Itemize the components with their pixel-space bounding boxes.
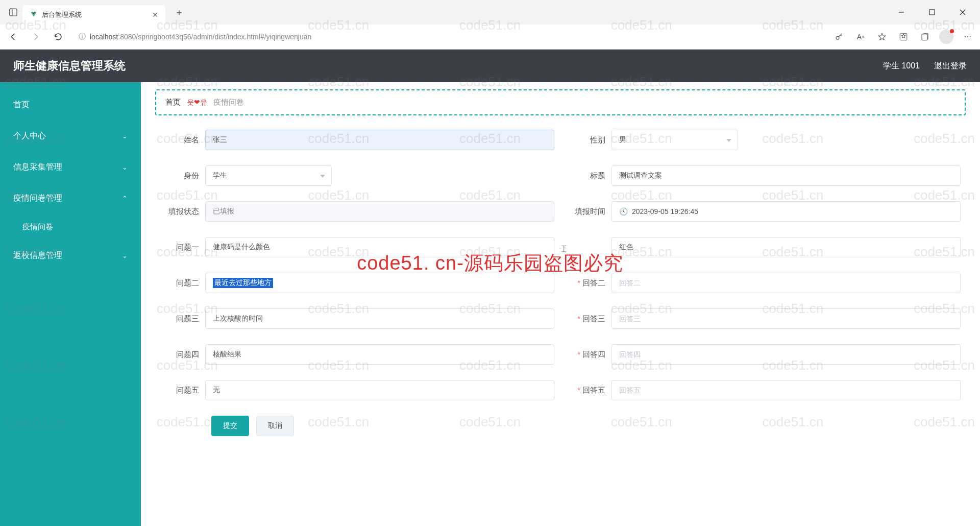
sidebar-item-home[interactable]: 首页 [0, 89, 141, 121]
sidebar-item-survey-mgmt[interactable]: 疫情问卷管理 ⌃ [0, 183, 141, 214]
label-identity: 身份 [160, 171, 205, 181]
browser-address-bar: ⓘ localhost:8080/springboot43q56/admin/d… [0, 25, 980, 49]
label-a3: 回答三 [567, 314, 611, 324]
key-icon[interactable] [832, 30, 846, 44]
label-q5: 问题五 [160, 386, 205, 395]
q3-input[interactable]: 上次核酸的时间 [205, 308, 554, 329]
label-q2: 问题二 [160, 278, 205, 288]
cancel-button[interactable]: 取消 [256, 416, 294, 436]
window-close-button[interactable] [951, 4, 974, 20]
label-q3: 问题三 [160, 314, 205, 324]
a5-input[interactable] [611, 380, 961, 400]
svg-rect-8 [922, 34, 927, 40]
sidebar: 首页 个人中心 ⌄ 信息采集管理 ⌄ 疫情问卷管理 ⌃ 疫情问卷 返校信息管理 … [0, 82, 141, 526]
label-q4: 问题四 [160, 350, 205, 360]
a4-input[interactable] [611, 344, 961, 365]
nav-forward-button[interactable] [28, 29, 44, 45]
svg-point-6 [836, 36, 839, 39]
calendar-icon: 🕓 [619, 207, 628, 216]
window-maximize-button[interactable] [921, 4, 943, 20]
url-path: :8080/springboot43q56/admin/dist/index.h… [118, 33, 311, 41]
label-a2: 回答二 [567, 278, 611, 288]
chevron-up-icon: ⌃ [122, 195, 128, 202]
browser-tab[interactable]: 后台管理系统 ✕ [22, 5, 165, 25]
new-tab-button[interactable]: ＋ [170, 4, 188, 20]
window-minimize-button[interactable] [890, 4, 913, 20]
window-controls [890, 4, 980, 20]
app-title: 师生健康信息管理系统 [13, 58, 126, 74]
breadcrumb-decor-icon: 웃❤유 [187, 98, 207, 107]
app-header: 师生健康信息管理系统 学生 1001 退出登录 [0, 50, 980, 82]
label-q1: 问题一 [160, 243, 205, 252]
current-user-label: 学生 1001 [883, 61, 920, 71]
a3-input[interactable] [611, 308, 961, 329]
favorites-bar-icon[interactable] [896, 30, 911, 44]
breadcrumb-current: 疫情问卷 [213, 98, 244, 107]
svg-rect-1 [10, 9, 12, 16]
sidebar-item-label: 疫情问卷管理 [13, 193, 62, 204]
sidebar-item-label: 首页 [13, 100, 30, 110]
more-icon[interactable]: ⋯ [961, 30, 975, 44]
collections-icon[interactable] [918, 30, 932, 44]
profile-icon[interactable] [939, 30, 953, 44]
fill-status-input: 已填报 [205, 201, 554, 222]
breadcrumb-home[interactable]: 首页 [165, 98, 181, 107]
nav-back-button[interactable] [5, 29, 21, 45]
breadcrumb: 首页 웃❤유 疫情问卷 [155, 89, 966, 115]
site-info-icon[interactable]: ⓘ [79, 32, 86, 41]
toolbar-right-icons: A» ⋯ [832, 30, 975, 44]
gender-select[interactable]: 男 [611, 130, 738, 150]
identity-select[interactable]: 学生 [205, 165, 332, 186]
window-tabstrip-icon [4, 8, 22, 16]
browser-chrome: 后台管理系统 ✕ ＋ ⓘ localhost:8080/springboot43… [0, 0, 980, 50]
browser-tab-bar: 后台管理系统 ✕ ＋ [0, 0, 980, 25]
svg-rect-0 [10, 9, 17, 16]
label-a4: 回答四 [567, 350, 611, 360]
sidebar-item-info-collect[interactable]: 信息采集管理 ⌄ [0, 152, 141, 183]
browser-tab-title: 后台管理系统 [42, 10, 148, 19]
submit-button[interactable]: 提交 [211, 416, 249, 436]
sidebar-subitem-survey[interactable]: 疫情问卷 [0, 214, 141, 240]
read-aloud-icon[interactable]: A» [853, 30, 868, 44]
q1-input[interactable]: 健康码是什么颜色 [205, 237, 554, 257]
a2-input[interactable] [611, 273, 961, 293]
sidebar-item-label: 个人中心 [13, 131, 46, 141]
logout-link[interactable]: 退出登录 [934, 61, 967, 71]
url-field[interactable]: ⓘ localhost:8080/springboot43q56/admin/d… [72, 28, 826, 45]
chevron-down-icon: ⌄ [122, 163, 128, 171]
sidebar-item-label: 信息采集管理 [13, 162, 62, 173]
label-fill-status: 填报状态 [160, 207, 205, 217]
chevron-down-icon: ⌄ [122, 252, 128, 259]
tab-close-icon[interactable]: ✕ [152, 11, 158, 19]
survey-form: 姓名 张三 性别 男 身份 学生 标题 测试调查文案 [155, 115, 966, 450]
url-host: localhost [90, 33, 118, 41]
label-gender: 性别 [567, 135, 611, 145]
q5-input[interactable]: 无 [205, 380, 554, 400]
a1-input[interactable]: 红色 [611, 237, 961, 257]
sidebar-item-label: 返校信息管理 [13, 250, 62, 261]
sidebar-item-label: 疫情问卷 [22, 222, 53, 231]
main-content: 首页 웃❤유 疫情问卷 姓名 张三 性别 男 身份 学生 [141, 82, 980, 526]
label-name: 姓名 [160, 135, 205, 145]
chevron-down-icon: ⌄ [122, 132, 128, 140]
q2-input[interactable]: 最近去过那些地方 [205, 273, 554, 293]
sidebar-item-return-mgmt[interactable]: 返校信息管理 ⌄ [0, 240, 141, 271]
vue-icon [30, 11, 38, 19]
sidebar-item-personal[interactable]: 个人中心 ⌄ [0, 121, 141, 152]
nav-refresh-button[interactable] [50, 29, 66, 45]
name-input[interactable]: 张三 [205, 130, 554, 150]
label-fill-time: 填报时间 [567, 207, 611, 217]
label-title: 标题 [567, 171, 611, 181]
title-input[interactable]: 测试调查文案 [611, 165, 961, 186]
label-a5: 回答五 [567, 386, 611, 395]
fill-time-input[interactable]: 🕓2023-09-05 19:26:45 [611, 201, 961, 222]
q4-input[interactable]: 核酸结果 [205, 344, 554, 365]
svg-rect-3 [929, 10, 935, 15]
favorite-icon[interactable] [875, 30, 889, 44]
